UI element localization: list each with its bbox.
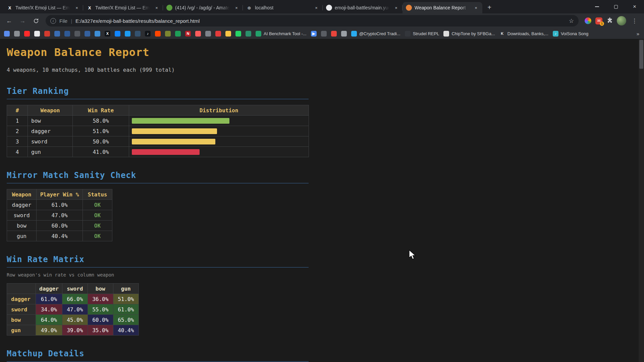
bookmark-tiktok[interactable]: ♪ [145,31,151,37]
profile-avatar[interactable] [617,16,626,25]
extensions-puzzle-icon[interactable] [606,17,613,25]
close-tab-icon[interactable]: × [393,5,399,11]
bookmark-sheets-green[interactable] [175,31,181,37]
address-bar[interactable]: i File | E:/a327ex/emoji-ball-battles/re… [46,15,579,26]
close-window-button[interactable]: × [625,0,644,13]
tab-emoji-list-1[interactable]: X Twitter/X Emoji List — Emoji... × [3,2,83,13]
bookmark-x-logo[interactable]: X [105,31,110,37]
url-scheme-label: File [59,18,67,24]
browser-menu-icon[interactable]: ⋮ [630,17,639,24]
tab-title: Twitter/X Emoji List — Emoji... [95,5,151,10]
tab-weapon-balance-report[interactable]: Weapon Balance Report × [402,2,482,13]
win-rate-matrix-table: dagger sword bow gun dagger 61.0% 66.0% … [7,283,139,336]
bookmark-ai-benchmark-tool[interactable]: AI Benchmark Tool -... [256,31,307,37]
bookmark-wallet-green[interactable] [246,31,251,37]
bookmark-label: Strudel REPL [413,31,439,36]
winrate-cell: 61.0% [37,200,83,210]
matrix-note: Row weapon's win rate vs column weapon [7,272,644,278]
reload-icon[interactable] [30,15,42,26]
close-tab-icon[interactable]: × [74,5,80,11]
bookmark-chrome-colorful[interactable] [331,31,337,37]
close-tab-icon[interactable]: × [233,5,239,11]
back-icon[interactable]: ← [3,15,15,26]
bookmark-whatsapp[interactable] [235,31,241,37]
bookmark-camera-olive[interactable] [165,31,171,37]
bookmark-twitter-blue[interactable] [125,31,130,37]
pinwheel-extension-icon[interactable] [585,17,591,24]
matrix-cell: 47.0% [62,304,88,315]
wallet-green-icon [246,31,251,37]
close-tab-icon[interactable]: × [154,5,160,11]
tab-emoji-list-2[interactable]: X Twitter/X Emoji List — Emoji... × [83,2,163,13]
bookmark-youtube[interactable] [24,31,30,37]
bookmark-chiptone-sfbgames[interactable]: ChipTone by SFBGa... [443,31,495,37]
bookmark-tumblr[interactable] [135,31,141,37]
weapon-cell: sword [28,136,73,147]
x-logo-favicon-icon: X [7,5,13,11]
col-header: gun [113,284,139,294]
bookmark-voisona-song[interactable]: ♪VoiSona Song [553,31,588,37]
bookmark-reddit[interactable] [155,31,161,37]
bookmark-notes-gray[interactable] [341,31,347,37]
scrollbar-thumb[interactable] [639,40,643,69]
whatsapp-icon [235,31,241,37]
page-scrollbar[interactable] [639,39,644,362]
bookmark-camera-dark[interactable] [74,31,80,37]
info-icon[interactable]: i [50,18,56,24]
bookmark-steam-blue[interactable] [54,31,60,37]
close-tab-icon[interactable]: × [313,5,319,11]
steam-blue-icon [54,31,60,37]
window-controls: × [588,0,644,13]
distribution-bar [132,118,229,124]
bookmark-steam-alt[interactable] [85,31,90,37]
tab-github-main-yue[interactable]: emoji-ball-battles/main.yue at ... × [323,2,402,13]
minimize-window-button[interactable] [588,0,606,13]
steam-dark-icon [64,31,70,37]
bookmark-downloads-banks[interactable]: KDownloads, Banks,... [499,31,548,37]
bookmark-strudel-repl[interactable]: Strudel REPL [405,31,439,37]
bookmark-tweetdeck-blue[interactable] [95,31,100,37]
table-row: sword 34.0% 47.0% 55.0% 61.0% [7,304,139,315]
report-subtitle: 4 weapons, 10 matchups, 100 battles each… [7,67,644,73]
new-tab-button[interactable]: + [484,2,494,12]
apps-grid-blue-icon [4,31,10,37]
winrate-cell: 60.0% [37,221,83,231]
bookmark-x-red[interactable] [215,31,221,37]
bookmark-smiley-yellow[interactable] [225,31,231,37]
col-header-rank: # [7,105,28,116]
mouse-cursor [409,250,416,260]
matrix-cell: 60.0% [88,315,113,325]
bookmark-camera-gray[interactable] [321,31,327,37]
bookmark-apps-grid-blue[interactable] [4,31,10,37]
bookmark-star-icon[interactable]: ☆ [569,17,574,24]
tab-agdg-thread[interactable]: (414) /vg/ - /agdg/ - Amateur G... × [163,2,243,13]
bookmark-netflix[interactable]: N [185,31,191,37]
close-tab-icon[interactable]: × [473,5,479,11]
bookmark-lock-gray[interactable] [205,31,211,37]
bookmark-github[interactable] [34,31,40,37]
smiley-yellow-icon [225,31,231,37]
mail-extension-icon[interactable]: ✉ 1 [595,17,602,24]
tab-localhost[interactable]: ⊕ localhost × [243,2,323,13]
camera-gray-icon [321,31,327,37]
cryptocred-trading-icon [351,31,357,37]
globe-favicon-icon: ⊕ [246,5,252,11]
bookmarks-overflow-icon[interactable]: » [637,31,639,37]
bookmark-steam-dark[interactable] [64,31,70,37]
bookmark-cryptocred-trading[interactable]: @CryptoCred Tradi... [351,31,400,37]
bookmark-bluesky[interactable] [115,31,120,37]
col-header: bow [88,284,113,294]
row-header: gun [7,325,36,336]
row-header: bow [7,315,36,325]
bookmark-apps-grid-gray[interactable] [14,31,20,37]
bookmark-starburst-red[interactable] [44,31,50,37]
bookmark-play-store[interactable]: ▶ [311,31,317,37]
table-header-row: Weapon Player Win % Status [7,189,112,200]
table-row: 4 gun 41.0% [7,147,309,157]
forward-icon[interactable]: → [17,15,28,26]
bookmark-label: VoiSona Song [561,31,588,36]
distribution-bar [132,139,215,144]
bookmark-itch-io[interactable] [195,31,201,37]
ai-benchmark-tool-icon [256,31,261,37]
maximize-window-button[interactable] [606,0,625,13]
